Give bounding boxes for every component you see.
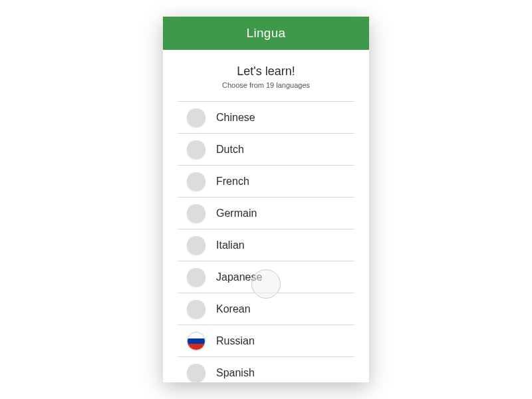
intro-section: Let's learn! Choose from 19 languages — [163, 50, 369, 101]
app-header: Lingua — [163, 17, 369, 50]
list-item[interactable]: Germain — [178, 197, 354, 229]
language-label: Japanese — [216, 271, 262, 283]
language-label: Chinese — [216, 112, 255, 124]
flag-icon — [187, 364, 205, 382]
list-item[interactable]: French — [178, 165, 354, 197]
language-label: Dutch — [216, 144, 244, 156]
list-item[interactable]: Italian — [178, 229, 354, 261]
app-screen: Lingua Let's learn! Choose from 19 langu… — [163, 17, 369, 382]
flag-icon — [187, 268, 205, 287]
list-item[interactable]: Chinese — [178, 101, 354, 133]
language-label: French — [216, 176, 249, 188]
list-item[interactable]: Korean — [178, 293, 354, 325]
list-item[interactable]: Dutch — [178, 133, 354, 165]
flag-icon — [187, 300, 205, 319]
flag-icon-russia — [187, 332, 205, 350]
language-label: Germain — [216, 207, 257, 219]
language-label: Korean — [216, 303, 251, 315]
list-item[interactable]: Spanish — [178, 356, 354, 382]
language-list[interactable]: Chinese Dutch French Germain Italian Jap… — [163, 101, 369, 382]
language-label: Italian — [216, 239, 245, 251]
intro-subtitle: Choose from 19 languages — [163, 81, 369, 89]
flag-icon — [187, 236, 205, 255]
intro-title: Let's learn! — [163, 65, 369, 78]
flag-icon — [187, 204, 205, 223]
flag-icon — [187, 108, 205, 127]
flag-icon — [187, 140, 205, 159]
language-label: Spanish — [216, 367, 255, 379]
language-label: Russian — [216, 335, 255, 347]
list-item[interactable]: Russian — [178, 325, 354, 356]
list-item[interactable]: Japanese — [178, 261, 354, 293]
flag-icon — [187, 172, 205, 191]
app-title: Lingua — [247, 26, 286, 40]
